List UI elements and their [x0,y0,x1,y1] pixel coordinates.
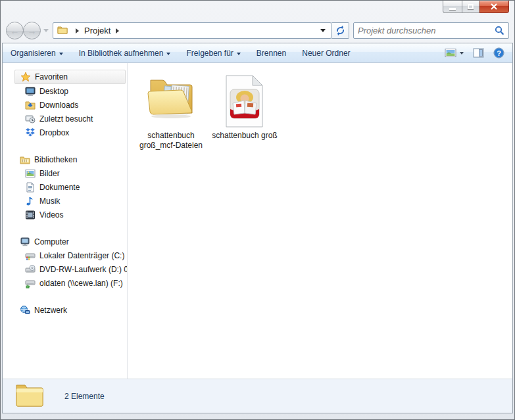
item-label: Musik [39,197,60,206]
sidebar-item-downloads[interactable]: Downloads [3,98,127,112]
item-label: Downloads [39,101,78,110]
item-count: 2 Elemente [64,392,105,401]
item-label: Dokumente [39,183,80,192]
sidebar-section-favorites[interactable]: Favoriten [14,70,126,84]
sidebar-item-dvd-drive[interactable]: DVD-RW-Laufwerk (D:) 08 [3,262,127,276]
burn-button[interactable]: Brennen [257,49,286,58]
section-label: Bibliotheken [34,155,77,164]
item-label: Desktop [39,87,68,96]
file-list: schattenbuch groß_mcf-Dateien [128,63,512,379]
sidebar-item-videos[interactable]: Videos [3,208,127,222]
sidebar-gap [3,139,127,152]
maximize-icon [468,4,474,9]
computer-icon [20,237,30,247]
section-label: Computer [34,237,69,246]
pictures-icon [25,168,36,179]
item-label: Dropbox [39,128,69,137]
sidebar-item-network-drive[interactable]: oldaten (\\cewe.lan) (F:) [3,276,127,290]
sidebar-gap [3,290,127,303]
sidebar-item-music[interactable]: Musik [3,194,127,208]
file-item-mcf[interactable]: schattenbuch groß [208,70,282,141]
organize-label: Organisieren [11,49,56,58]
command-toolbar: Organisieren In Bibliothek aufnehmen Fre… [3,43,512,63]
back-button[interactable]: ← [6,22,24,39]
app-frame: Organisieren In Bibliothek aufnehmen Fre… [2,43,513,413]
sidebar-gap [3,222,127,235]
minimize-icon [449,8,456,10]
title-bar [1,1,514,18]
svg-text:?: ? [497,49,501,57]
desktop-icon [25,86,36,97]
recent-places-icon [25,114,36,124]
maximize-button[interactable] [462,1,479,13]
mcf-file-large-icon [224,70,266,129]
libraries-icon [20,154,30,165]
local-disk-icon [25,250,36,261]
item-label: Zuletzt besucht [39,114,93,124]
window-controls [443,1,509,13]
preview-pane-button[interactable] [473,48,484,58]
chevron-down-icon [237,53,241,55]
star-icon [20,72,31,82]
folder-large-icon [144,70,198,129]
include-in-library-button[interactable]: In Bibliothek aufnehmen [79,49,171,58]
sidebar-item-local-disk-c[interactable]: Lokaler Datenträger (C:) [3,248,127,262]
recent-pages-icon[interactable] [43,29,49,32]
breadcrumb-segment[interactable]: Projekt [84,26,110,35]
sidebar-item-dropbox[interactable]: Dropbox [3,126,127,139]
help-button[interactable]: ? [493,47,504,58]
preview-pane-icon [473,48,484,58]
burn-label: Brennen [257,49,286,58]
minimize-button[interactable] [443,1,462,13]
sidebar-section-network[interactable]: Netzwerk [3,303,127,317]
item-label: oldaten (\\cewe.lan) (F:) [39,279,123,288]
search-box[interactable] [353,22,509,39]
search-icon[interactable] [495,26,504,35]
file-item-label[interactable]: schattenbuch groß_mcf-Dateien [137,131,205,151]
forward-button[interactable]: → [23,22,41,39]
new-folder-button[interactable]: Neuer Ordner [302,49,350,58]
views-icon [445,48,456,58]
item-label: DVD-RW-Laufwerk (D:) 08 [39,265,128,274]
file-item-label[interactable]: schattenbuch groß [210,131,279,141]
file-item-folder[interactable]: schattenbuch groß_mcf-Dateien [134,70,208,151]
sidebar-section-computer[interactable]: Computer [3,235,127,248]
item-label: Lokaler Datenträger (C:) [39,251,124,260]
refresh-button[interactable] [331,22,349,39]
dvd-drive-icon [25,264,36,275]
organize-button[interactable]: Organisieren [11,49,63,58]
navigation-pane: Favoriten Desktop Downloads [3,63,128,379]
sidebar-item-documents[interactable]: Dokumente [3,180,127,194]
breadcrumb-arrow-icon[interactable] [76,28,79,34]
views-button[interactable] [445,48,464,58]
documents-icon [25,182,36,193]
close-button[interactable] [479,1,509,13]
share-with-button[interactable]: Freigeben für [186,49,240,58]
window-frame-bottom [1,413,514,419]
forward-icon: → [28,26,37,35]
chevron-down-icon [166,53,170,55]
folder-icon [57,25,68,37]
explorer-window: ← → Projekt [0,0,515,420]
sidebar-section-libraries[interactable]: Bibliotheken [3,152,127,166]
section-label: Favoriten [35,72,68,82]
include-in-library-label: In Bibliothek aufnehmen [79,49,164,58]
search-input[interactable] [358,26,495,35]
address-bar[interactable]: Projekt [53,22,331,39]
close-icon [490,3,498,11]
folder-detail-icon [14,381,45,411]
refresh-icon [335,26,345,35]
downloads-icon [25,100,36,110]
address-dropdown-icon[interactable] [320,29,326,32]
chevron-down-icon [460,52,464,55]
music-icon [25,196,36,206]
sidebar-item-recent-places[interactable]: Zuletzt besucht [3,112,127,126]
content-area: Favoriten Desktop Downloads [3,63,512,379]
dropbox-icon [25,128,36,138]
section-label: Netzwerk [34,306,67,315]
sidebar-item-pictures[interactable]: Bilder [3,166,127,180]
breadcrumb-arrow-icon[interactable] [116,28,119,34]
sidebar-item-desktop[interactable]: Desktop [3,84,127,98]
share-with-label: Freigeben für [186,49,233,58]
help-icon: ? [493,47,504,58]
